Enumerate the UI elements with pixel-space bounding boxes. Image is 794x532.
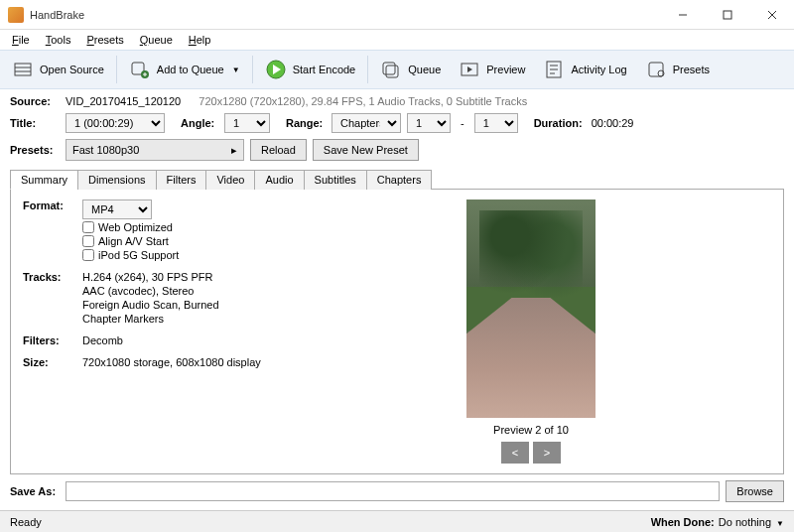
track-line: AAC (avcodec), Stereo (82, 285, 219, 297)
svg-rect-21 (649, 63, 663, 76)
browse-button[interactable]: Browse (726, 480, 784, 502)
filters-value: Decomb (82, 334, 123, 346)
format-select[interactable]: MP4 (82, 200, 152, 219)
format-label: Format: (23, 200, 82, 261)
menu-tools[interactable]: Tools (38, 32, 79, 48)
menu-help[interactable]: Help (181, 32, 219, 48)
svg-rect-13 (383, 63, 395, 74)
svg-rect-4 (15, 64, 31, 75)
preview-next-button[interactable]: > (533, 442, 561, 464)
add-queue-icon (129, 60, 151, 79)
preview-icon (459, 60, 480, 79)
source-label: Source: (10, 95, 60, 107)
queue-button[interactable]: Queue (372, 56, 449, 83)
presets-icon (645, 60, 667, 79)
save-as-label: Save As: (10, 485, 60, 497)
size-label: Size: (23, 356, 82, 368)
toolbar: Open Source Add to Queue▼ Start Encode Q… (0, 50, 794, 89)
start-encode-button[interactable]: Start Encode (257, 56, 364, 83)
preview-button[interactable]: Preview (451, 56, 533, 83)
range-label: Range: (286, 117, 326, 129)
menu-file[interactable]: File (4, 32, 38, 48)
titlebar: HandBrake (0, 0, 794, 30)
range-to-select[interactable]: 1 (474, 113, 518, 133)
minimize-button[interactable] (660, 0, 705, 29)
menubar: File Tools Presets Queue Help (0, 30, 794, 50)
chevron-down-icon: ▼ (776, 519, 784, 528)
tab-subtitles[interactable]: Subtitles (304, 170, 367, 190)
web-optimized-checkbox[interactable]: Web Optimized (82, 221, 179, 233)
filters-label: Filters: (23, 334, 82, 346)
title-label: Title: (10, 117, 60, 129)
tab-filters[interactable]: Filters (156, 170, 207, 190)
status-bar: Ready When Done: Do nothing ▼ (0, 510, 794, 532)
chevron-down-icon: ▼ (232, 66, 240, 74)
size-value: 720x1080 storage, 608x1080 display (82, 356, 261, 368)
summary-panel: Format: MP4 Web Optimized Align A/V Star… (10, 190, 784, 474)
range-mode-select[interactable]: Chapters (331, 113, 401, 133)
menu-presets[interactable]: Presets (78, 32, 131, 48)
queue-icon (380, 60, 402, 79)
app-icon (8, 7, 24, 23)
preview-counter: Preview 2 of 10 (493, 424, 569, 436)
save-new-preset-button[interactable]: Save New Preset (313, 139, 419, 161)
tab-dimensions[interactable]: Dimensions (77, 170, 156, 190)
close-button[interactable] (749, 0, 794, 29)
chevron-right-icon: ▸ (231, 144, 237, 157)
align-av-checkbox[interactable]: Align A/V Start (82, 235, 179, 247)
preset-dropdown[interactable]: Fast 1080p30 ▸ (66, 139, 244, 161)
add-to-queue-button[interactable]: Add to Queue▼ (121, 56, 248, 83)
title-select[interactable]: 1 (00:00:29) (66, 113, 165, 133)
menu-queue[interactable]: Queue (132, 32, 181, 48)
tab-chapters[interactable]: Chapters (366, 170, 433, 190)
presets-label: Presets: (10, 144, 60, 156)
preview-prev-button[interactable]: < (501, 442, 529, 464)
window-title: HandBrake (30, 9, 660, 21)
track-line: Chapter Markers (82, 313, 219, 325)
open-source-button[interactable]: Open Source (4, 56, 112, 83)
presets-button[interactable]: Presets (637, 56, 718, 83)
when-done-dropdown[interactable]: Do nothing ▼ (719, 516, 784, 528)
tab-summary[interactable]: Summary (10, 170, 78, 190)
activity-log-button[interactable]: Activity Log (535, 56, 634, 83)
save-as-input[interactable] (66, 481, 720, 501)
angle-select[interactable]: 1 (224, 113, 270, 133)
film-icon (12, 60, 34, 79)
when-done-label: When Done: (651, 516, 715, 528)
duration-value: 00:00:29 (592, 117, 634, 129)
status-ready: Ready (10, 516, 42, 528)
play-icon (265, 60, 287, 79)
maximize-button[interactable] (705, 0, 749, 29)
track-line: Foreign Audio Scan, Burned (82, 299, 219, 311)
ipod-checkbox[interactable]: iPod 5G Support (82, 249, 179, 261)
svg-marker-16 (467, 66, 472, 72)
preview-image (466, 200, 596, 418)
svg-rect-1 (724, 11, 731, 19)
tracks-label: Tracks: (23, 271, 82, 325)
tab-video[interactable]: Video (205, 170, 255, 190)
reload-button[interactable]: Reload (250, 139, 307, 161)
range-from-select[interactable]: 1 (407, 113, 451, 133)
source-name: VID_20170415_120120 (66, 95, 181, 107)
duration-label: Duration: (534, 117, 586, 129)
svg-rect-14 (386, 66, 398, 77)
tab-audio[interactable]: Audio (254, 170, 304, 190)
source-info: 720x1280 (720x1280), 29.84 FPS, 1 Audio … (198, 95, 527, 107)
track-line: H.264 (x264), 30 FPS PFR (82, 271, 219, 283)
tabs: Summary Dimensions Filters Video Audio S… (10, 169, 784, 190)
log-icon (543, 60, 565, 79)
angle-label: Angle: (181, 117, 218, 129)
